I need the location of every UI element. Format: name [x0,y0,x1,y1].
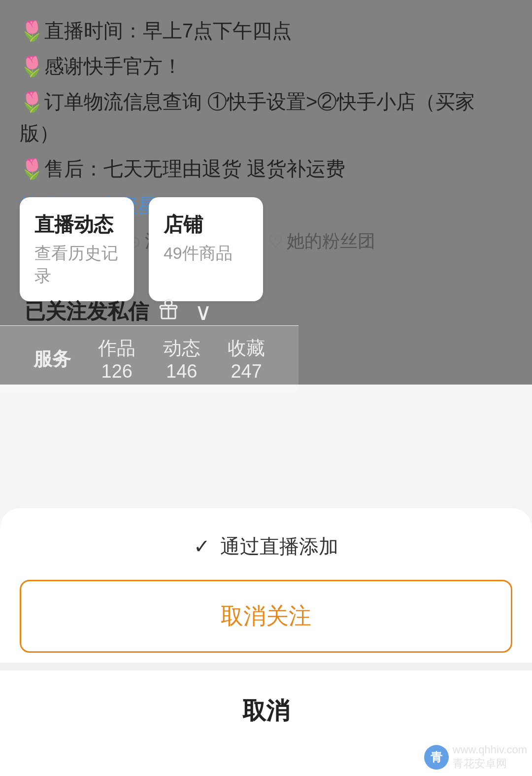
unfollow-button-text: 取消关注 [221,603,311,629]
follow-source-text: 通过直播添加 [220,535,338,557]
sheet-divider [0,663,532,670]
sheet-main: ✓ 通过直播添加 取消关注 取消 [0,508,532,776]
follow-source: ✓ 通过直播添加 [20,533,512,560]
tab-favorites[interactable]: 收藏 247 [214,336,278,382]
check-icon: ✓ [194,535,210,557]
fans-label: 她的粉丝团 [287,229,375,253]
tab-service[interactable]: 服务 [20,347,84,372]
profile-bio: 🌷直播时间：早上7点下午四点 🌷感谢快手官方！ 🌷订单物流信息查询 ①快手设置>… [20,15,512,184]
watermark: 青 www.qhhiv.com 青花安卓网 [424,743,527,771]
card-title-shop: 店铺 [164,211,248,238]
bio-text-2: 🌷感谢快手官方！ [20,50,182,82]
bio-line-4: 🌷售后：七天无理由退货 退货补运费 [20,153,512,184]
tab-works[interactable]: 作品 126 [84,336,149,382]
fans-item: ♡ 她的粉丝团 [268,229,375,253]
unfollow-button[interactable]: 取消关注 [20,580,512,653]
card-title-livestream: 直播动态 [34,211,119,238]
tabs-row: 服务 作品 126 动态 146 收藏 247 [0,325,299,392]
tab-moments[interactable]: 动态 146 [149,336,214,382]
bio-text-3: 🌷订单物流信息查询 ①快手设置>②快手小店（买家版） [20,86,512,149]
watermark-url: www.qhhiv.com [453,743,527,756]
watermark-text: www.qhhiv.com 青花安卓网 [453,743,527,771]
cancel-button[interactable]: 取消 [242,698,290,724]
bio-line-1: 🌷直播时间：早上7点下午四点 [20,15,512,46]
bio-line-2: 🌷感谢快手官方！ [20,50,512,82]
expand-button[interactable]: ∨ [188,298,218,325]
watermark-site: 青花安卓网 [453,756,527,771]
watermark-logo: 青 [424,745,449,770]
gift-button[interactable] [149,296,188,327]
follow-button[interactable]: 已关注 [25,298,87,325]
message-button[interactable]: 发私信 [87,298,149,325]
bio-line-3: 🌷订单物流信息查询 ①快手设置>②快手小店（买家版） [20,86,512,149]
bottom-sheet: ✓ 通过直播添加 取消关注 取消 [0,508,532,776]
bio-text-4: 🌷售后：七天无理由退货 退货补运费 [20,153,345,184]
card-subtitle-shop: 49件商品 [164,242,248,265]
bio-text-1: 🌷直播时间：早上7点下午四点 [20,15,292,46]
